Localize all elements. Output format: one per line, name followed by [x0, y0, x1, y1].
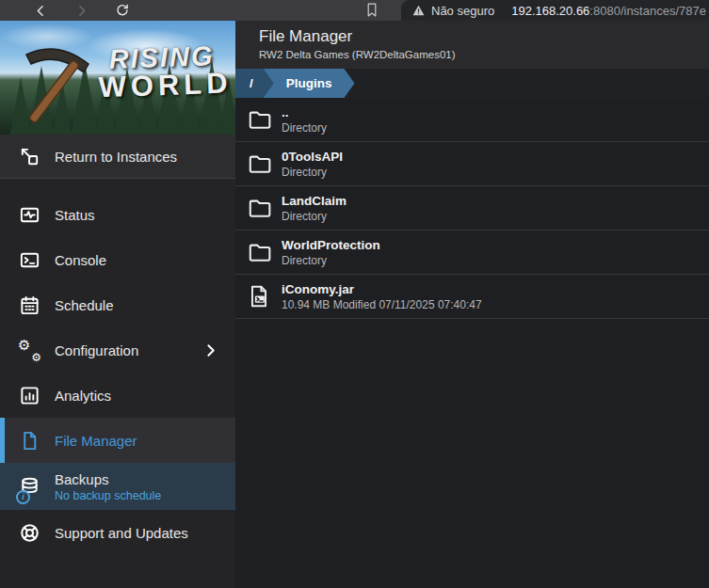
sidebar: RISING WORLD Return to Instances Status …	[0, 21, 235, 588]
file-meta: Directory	[282, 210, 346, 223]
folder-icon	[247, 151, 271, 176]
file-row-worldprotection[interactable]: WorldProtection Directory	[235, 230, 709, 275]
document-icon	[19, 430, 40, 452]
breadcrumb-plugins[interactable]: Plugins	[264, 69, 355, 98]
file-row-0toolsapi[interactable]: 0ToolsAPI Directory	[235, 142, 709, 186]
rising-world-logo: RISING WORLD	[0, 21, 235, 135]
breadcrumb: / Plugins	[235, 69, 709, 98]
folder-icon	[247, 107, 271, 132]
folder-icon	[247, 240, 271, 264]
status-icon	[19, 204, 40, 226]
database-icon: i	[19, 476, 40, 498]
file-list: .. Directory 0ToolsAPI Directory Lan	[235, 98, 709, 319]
breadcrumb-plugins-label: Plugins	[286, 76, 332, 90]
sidebar-item-analytics[interactable]: Analytics	[0, 373, 235, 418]
instance-name: RW2 Delta Games (RW2DeltaGames01)	[259, 49, 694, 60]
gears-icon: ⚙⚙	[19, 340, 40, 361]
sidebar-item-label: Analytics	[55, 388, 111, 404]
breadcrumb-root-label: /	[250, 76, 253, 90]
file-name: WorldProtection	[282, 238, 380, 252]
sidebar-item-support-and-updates[interactable]: Support and Updates	[0, 510, 235, 555]
sidebar-item-label: Status	[55, 207, 95, 223]
sidebar-item-label: Schedule	[55, 297, 114, 313]
sidebar-item-label: File Manager	[55, 433, 137, 449]
info-icon: i	[16, 490, 30, 504]
file-meta: Directory	[282, 166, 343, 179]
sidebar-item-configuration[interactable]: ⚙⚙ Configuration	[0, 327, 235, 373]
file-name: LandClaim	[282, 194, 346, 208]
sidebar-item-label: Backups	[55, 471, 161, 487]
file-meta: 10.94 MB Modified 07/11/2025 07:40:47	[282, 298, 482, 311]
app-window: RISING WORLD Return to Instances Status …	[0, 21, 709, 588]
chevron-right-icon	[202, 342, 218, 358]
page-header: File Manager RW2 Delta Games (RW2DeltaGa…	[235, 21, 709, 69]
sidebar-item-file-manager[interactable]: File Manager	[0, 418, 235, 463]
address-bar[interactable]: Não seguro 192.168.20.66:8080/instances/…	[401, 0, 709, 21]
main-panel: File Manager RW2 Delta Games (RW2DeltaGa…	[235, 21, 709, 588]
console-icon	[19, 249, 40, 271]
warning-icon	[412, 5, 425, 16]
pickaxe-icon	[6, 38, 104, 132]
sidebar-item-label: Console	[55, 252, 106, 268]
logo-text: RISING WORLD	[97, 43, 227, 102]
file-meta: Directory	[282, 121, 327, 135]
calendar-icon	[19, 294, 40, 316]
executable-file-icon	[247, 284, 271, 309]
url-host: 192.168.20.66	[511, 4, 589, 18]
sidebar-spacer	[0, 179, 235, 192]
back-icon[interactable]	[34, 4, 48, 18]
file-name: iConomy.jar	[282, 282, 482, 296]
folder-icon	[247, 196, 271, 220]
sidebar-item-label: Return to Instances	[55, 149, 177, 165]
file-row-parent[interactable]: .. Directory	[235, 98, 709, 142]
backup-schedule-status: No backup schedule	[55, 489, 161, 502]
sidebar-item-return-to-instances[interactable]: Return to Instances	[0, 135, 235, 179]
sidebar-item-status[interactable]: Status	[0, 192, 235, 237]
bookmark-icon[interactable]	[365, 2, 379, 18]
url-path: :8080/instances/787e	[589, 4, 706, 18]
file-name: 0ToolsAPI	[282, 150, 343, 164]
lifebuoy-icon	[19, 522, 40, 544]
file-name: ..	[282, 105, 327, 119]
reload-icon[interactable]	[115, 3, 130, 18]
exit-icon	[19, 146, 40, 167]
browser-toolbar: Não seguro 192.168.20.66:8080/instances/…	[0, 0, 709, 21]
bar-chart-icon	[19, 385, 40, 406]
sidebar-item-schedule[interactable]: Schedule	[0, 282, 235, 327]
sidebar-item-backups[interactable]: i Backups No backup schedule	[0, 463, 235, 510]
file-row-iconomy-jar[interactable]: iConomy.jar 10.94 MB Modified 07/11/2025…	[235, 275, 709, 319]
forward-icon[interactable]	[74, 4, 89, 18]
url-text: 192.168.20.66:8080/instances/787e	[511, 4, 706, 18]
security-label: Não seguro	[431, 4, 494, 18]
sidebar-item-label: Support and Updates	[55, 525, 188, 541]
file-row-landclaim[interactable]: LandClaim Directory	[235, 186, 709, 230]
file-meta: Directory	[282, 254, 380, 267]
sidebar-item-label: Configuration	[55, 342, 138, 358]
sidebar-item-console[interactable]: Console	[0, 237, 235, 282]
logo-line-2: WORLD	[98, 69, 227, 101]
page-title: File Manager	[259, 27, 694, 46]
